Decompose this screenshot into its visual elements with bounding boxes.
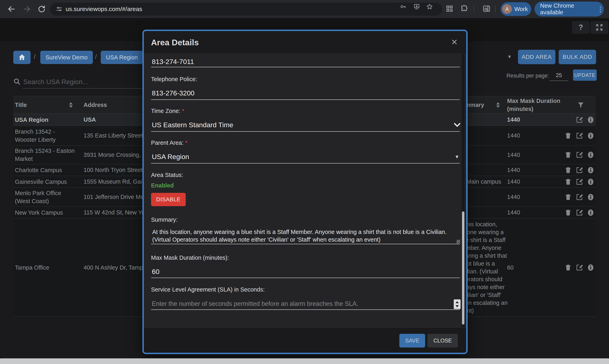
telephone-field[interactable]: 813-274-7011	[152, 58, 194, 66]
chevron-down-icon[interactable]	[454, 123, 461, 128]
browser-toolbar: us.sureviewops.com/#/areas A Work New Ch…	[0, 0, 609, 18]
add-area-button[interactable]: ADD AREA	[518, 50, 556, 64]
edit-icon[interactable]	[576, 178, 583, 186]
info-icon[interactable]	[587, 151, 595, 159]
delete-icon[interactable]	[564, 132, 572, 140]
number-spinner[interactable]	[454, 299, 461, 309]
breadcrumb-item-usa-region[interactable]: USA Region	[101, 51, 143, 64]
url-text[interactable]: us.sureviewops.com/#/areas	[66, 6, 142, 13]
status-badge: Enabled	[151, 182, 174, 189]
info-icon[interactable]	[587, 193, 595, 201]
breadcrumb-separator: /	[95, 53, 97, 60]
column-header-title[interactable]: Title	[15, 96, 73, 114]
search-input[interactable]: Search USA Region...	[23, 78, 88, 86]
edit-icon[interactable]	[576, 151, 583, 159]
modal-scrollbar-thumb[interactable]	[462, 211, 464, 325]
save-button[interactable]: SAVE	[399, 334, 425, 348]
edit-icon[interactable]	[576, 209, 583, 216]
close-icon[interactable]: ✕	[451, 38, 458, 47]
close-button[interactable]: CLOSE	[427, 334, 458, 348]
toolbar-divider	[474, 5, 474, 13]
breadcrumb-label: USA Region	[106, 54, 138, 61]
forward-icon[interactable]	[23, 5, 31, 13]
edit-icon[interactable]	[576, 193, 583, 201]
disable-button[interactable]: DISABLE	[151, 193, 186, 206]
info-icon[interactable]	[587, 178, 595, 186]
delete-icon[interactable]	[564, 209, 572, 216]
help-button[interactable]: ?	[572, 21, 590, 34]
install-icon[interactable]	[413, 3, 420, 10]
max-mask-field[interactable]: 60	[152, 268, 159, 276]
resize-handle-icon[interactable]	[457, 240, 460, 243]
extensions-puzzle-icon[interactable]	[460, 5, 468, 13]
url-bar[interactable]: us.sureviewops.com/#/areas	[50, 3, 442, 15]
chrome-update-label: New Chrome available	[540, 2, 594, 16]
delete-icon[interactable]	[564, 193, 572, 201]
site-settings-icon[interactable]	[56, 5, 63, 13]
info-icon[interactable]	[587, 264, 595, 271]
update-button[interactable]: UPDATE	[573, 69, 597, 81]
results-per-page-underline	[550, 80, 568, 81]
info-icon[interactable]	[587, 116, 595, 124]
bulk-add-button[interactable]: BULK ADD	[559, 50, 596, 64]
chevron-down-icon[interactable]: ▼	[507, 54, 512, 60]
cell-title: Branch 13542 - Wooster Liberty	[15, 126, 77, 145]
bookmark-star-icon[interactable]	[426, 3, 433, 10]
field-underline	[151, 99, 460, 100]
qr-extension-icon[interactable]	[446, 5, 453, 13]
time-zone-select[interactable]: US Eastern Standard Time	[152, 121, 233, 129]
sla-label: Service Level Agreement (SLA) in Seconds…	[151, 286, 265, 293]
field-underline	[151, 163, 460, 163]
modal-header: Area Details ✕	[144, 31, 466, 53]
cell-max-mask: 1440	[507, 207, 535, 219]
cell-max-mask: 1440	[507, 164, 535, 176]
cell-max-mask: 1440	[507, 188, 535, 206]
column-header-max-mask[interactable]: Max Mask Duration (minutes)	[507, 96, 560, 114]
column-header-address[interactable]: Address	[84, 96, 107, 114]
telephone-police-field[interactable]: 813-276-3200	[152, 89, 195, 97]
dropdown-arrow-icon[interactable]: ▼	[454, 154, 459, 160]
avatar: A	[502, 4, 512, 14]
delete-icon[interactable]	[564, 264, 572, 271]
cell-title: Charlotte Campus	[15, 164, 77, 176]
edit-icon[interactable]	[576, 132, 583, 140]
spinner-up-icon	[456, 301, 459, 303]
delete-icon[interactable]	[564, 178, 572, 186]
summary-textarea[interactable]: At this location, anyone wearing a blue …	[152, 228, 448, 243]
back-icon[interactable]	[7, 5, 16, 13]
edit-icon[interactable]	[576, 264, 583, 271]
info-icon[interactable]	[587, 209, 595, 216]
reload-icon[interactable]	[38, 5, 46, 13]
parent-area-select[interactable]: USA Region	[152, 153, 189, 161]
info-icon[interactable]	[587, 132, 595, 140]
cell-max-mask: 60	[507, 219, 535, 316]
password-key-icon[interactable]	[400, 3, 407, 10]
sla-input[interactable]: Enter the number of seconds permitted be…	[152, 300, 358, 307]
modal-footer: SAVE CLOSE	[144, 327, 466, 353]
results-per-page-input[interactable]: 25	[550, 72, 568, 78]
delete-icon[interactable]	[564, 151, 572, 159]
time-zone-label: Time Zone: *	[151, 108, 184, 114]
fullscreen-button[interactable]	[590, 21, 608, 34]
sort-icon[interactable]	[69, 102, 73, 108]
breadcrumb-separator: /	[34, 53, 36, 60]
edit-icon[interactable]	[576, 116, 583, 124]
menu-kebab-icon[interactable]: ⋮	[597, 5, 604, 13]
filter-funnel-icon[interactable]	[577, 96, 584, 114]
breadcrumb-item-sureview-demo[interactable]: SureView Demo	[40, 51, 93, 64]
delete-icon[interactable]	[564, 166, 572, 174]
info-icon[interactable]	[587, 166, 595, 174]
side-panel-search-icon[interactable]	[483, 5, 490, 13]
field-underline	[151, 67, 460, 67]
breadcrumb-home-button[interactable]	[13, 51, 31, 64]
spinner-down-icon	[456, 305, 459, 307]
edit-icon[interactable]	[576, 166, 583, 174]
bottom-edge-strip	[0, 358, 609, 364]
telephone-police-label: Telephone Police:	[151, 76, 197, 83]
required-asterisk: *	[185, 140, 187, 146]
field-underline	[151, 278, 460, 278]
sort-icon[interactable]	[496, 102, 500, 108]
profile-chip[interactable]: A Work	[501, 2, 531, 16]
toolbar-divider	[495, 5, 495, 13]
chrome-update-button[interactable]: New Chrome available ⋮	[534, 2, 604, 16]
